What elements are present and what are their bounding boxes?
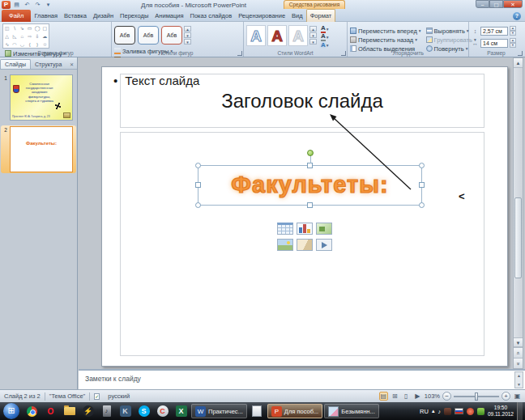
word-task-button[interactable]: W Практичес... (191, 404, 247, 418)
wordart-selection-box[interactable]: Факультеты: (198, 165, 422, 206)
shape-style-gallery[interactable]: Абв Абв Абв (114, 26, 182, 45)
powerpoint-task-button[interactable]: P Для пособ... (267, 404, 322, 418)
scroll-down-icon[interactable]: ▼ (514, 337, 523, 347)
width-field[interactable]: 14 см (480, 39, 508, 48)
reading-view-icon[interactable]: ▯ (402, 392, 411, 400)
chrome-icon[interactable] (23, 404, 41, 418)
zoom-out-button[interactable]: − (442, 392, 451, 401)
tab-design[interactable]: Дизайн (90, 10, 117, 22)
scroll-up-icon[interactable]: ▲ (514, 58, 523, 68)
shape-style-preview[interactable]: Абв (138, 26, 159, 45)
wordart-text[interactable]: Факультеты: (198, 166, 421, 204)
bring-forward-button[interactable]: Переместить вперед ▾ (350, 27, 421, 35)
resize-handle[interactable] (419, 202, 425, 208)
kmplayer-icon[interactable]: K (117, 404, 134, 418)
shape-icon[interactable]: { (26, 40, 33, 49)
panel-close-icon[interactable]: ✕ (66, 60, 77, 69)
normal-view-icon[interactable]: ▤ (379, 392, 388, 401)
flag-icon[interactable] (455, 408, 463, 414)
clock[interactable]: 19:50 09.11.2012 (488, 405, 514, 418)
dialog-launcher-icon[interactable] (237, 51, 242, 56)
shape-icon[interactable]: ◺ (11, 32, 18, 40)
insert-media-icon[interactable] (316, 239, 332, 251)
volume-icon[interactable]: ♪ (438, 409, 441, 414)
tab-transitions[interactable]: Переходы (117, 10, 152, 22)
gallery-more-icon[interactable]: ▾ (309, 39, 317, 45)
shape-style-preview[interactable]: Абв (161, 26, 182, 45)
resize-handle[interactable] (195, 202, 201, 208)
dialog-launcher-icon[interactable] (518, 51, 523, 56)
help-icon[interactable]: ? (513, 12, 521, 20)
fit-to-window-icon[interactable]: ▣ (513, 392, 522, 400)
zoom-slider[interactable] (454, 396, 499, 397)
wordart-gallery[interactable]: А А А (246, 25, 308, 46)
language-bar[interactable]: RU (420, 408, 429, 415)
shape-icon[interactable]: ∖ (11, 24, 18, 32)
shape-icon[interactable]: ⌂ (19, 32, 26, 40)
tray-expand-icon[interactable]: ▴ (432, 408, 435, 414)
send-backward-button[interactable]: Переместить назад ▾ (350, 36, 421, 44)
shape-icon[interactable]: ▢ (41, 24, 49, 32)
shape-icon[interactable]: ☆ (41, 40, 49, 49)
notes-app-icon[interactable] (249, 404, 266, 418)
wordart-style-preview[interactable]: А (267, 25, 287, 46)
slide-thumbnail-row-2[interactable]: 2 Факультеты: (1, 125, 76, 173)
tray-app-icon[interactable] (444, 408, 451, 415)
dialog-launcher-icon[interactable] (341, 51, 346, 56)
gallery-down-icon[interactable]: ▾ (309, 32, 317, 38)
folder-icon[interactable] (61, 404, 78, 418)
scrollbar-thumb[interactable] (514, 197, 522, 278)
skype-icon[interactable]: S (135, 404, 152, 418)
slide-1-thumbnail[interactable]: Смоленская государственная академия физк… (10, 74, 73, 121)
previous-slide-button[interactable]: « (514, 347, 523, 358)
shape-icon[interactable]: ◯ (33, 24, 41, 32)
gallery-down-icon[interactable]: ▾ (184, 32, 191, 38)
resize-handle[interactable] (195, 182, 201, 188)
language-indicator[interactable]: русский (104, 392, 134, 400)
insert-chart-icon[interactable] (297, 223, 313, 235)
gallery-more-icon[interactable]: ▾ (184, 39, 191, 45)
shape-icon[interactable]: ◡ (19, 40, 26, 49)
shape-icon[interactable]: } (33, 40, 41, 49)
shape-icon[interactable]: ◠ (11, 40, 18, 49)
start-button[interactable]: ⊞ (3, 403, 19, 419)
tab-animations[interactable]: Анимация (152, 10, 186, 22)
show-desktop-button[interactable] (517, 402, 523, 420)
scroll-up-icon[interactable]: ▲ (515, 373, 523, 378)
vertical-scrollbar[interactable]: ▲ ▼ « « (513, 57, 523, 369)
slide-canvas[interactable]: Заголовок слайда •Текст слайда Факультет… (101, 66, 508, 367)
tab-slideshow[interactable]: Показ слайдов (187, 10, 236, 22)
spinner-down-icon[interactable]: ▾ (510, 31, 516, 36)
excel-icon[interactable]: X (173, 404, 190, 418)
rotate-handle[interactable] (307, 150, 314, 156)
spinner-down-icon[interactable]: ▾ (510, 43, 516, 48)
notes-placeholder[interactable]: Заметки к слайду (85, 375, 141, 383)
zoom-in-button[interactable]: + (502, 392, 510, 401)
height-field[interactable]: 2,57 см (480, 27, 508, 36)
daemon-tools-icon[interactable]: ⚡ (79, 404, 96, 418)
shape-icon[interactable]: ⇨ (26, 32, 33, 40)
wordart-style-preview[interactable]: А (288, 25, 308, 46)
shape-icon[interactable]: ⇩ (33, 32, 41, 40)
shape-icon[interactable]: △ (3, 32, 11, 40)
insert-picture-icon[interactable] (277, 239, 293, 251)
tab-review[interactable]: Рецензирование (235, 10, 288, 22)
resize-handle[interactable] (419, 182, 425, 188)
tab-insert[interactable]: Вставка (61, 10, 90, 22)
slideshow-view-icon[interactable]: ▶ (413, 392, 422, 400)
insert-clipart-icon[interactable] (297, 239, 313, 251)
opera-icon[interactable]: O (42, 404, 59, 418)
next-slide-button[interactable]: « (514, 358, 523, 368)
spell-check-icon[interactable]: ✓ (94, 393, 100, 400)
paint-task-button[interactable]: Безымянн... (324, 404, 379, 418)
slide-sorter-view-icon[interactable]: ⊞ (391, 392, 399, 400)
resize-handle[interactable] (195, 163, 201, 168)
slide-2-thumbnail[interactable]: Факультеты: (10, 126, 73, 172)
slide-thumbnail-row-1[interactable]: 1 Смоленская государственная академия фи… (1, 74, 76, 121)
insert-smartart-icon[interactable] (316, 223, 332, 235)
tab-outline[interactable]: Структура (31, 60, 66, 69)
shape-icon[interactable]: ◫ (3, 24, 11, 32)
minimize-button[interactable]: – (476, 0, 489, 8)
gallery-up-icon[interactable]: ▴ (184, 26, 191, 32)
scroll-down-icon[interactable]: ▼ (515, 382, 523, 387)
